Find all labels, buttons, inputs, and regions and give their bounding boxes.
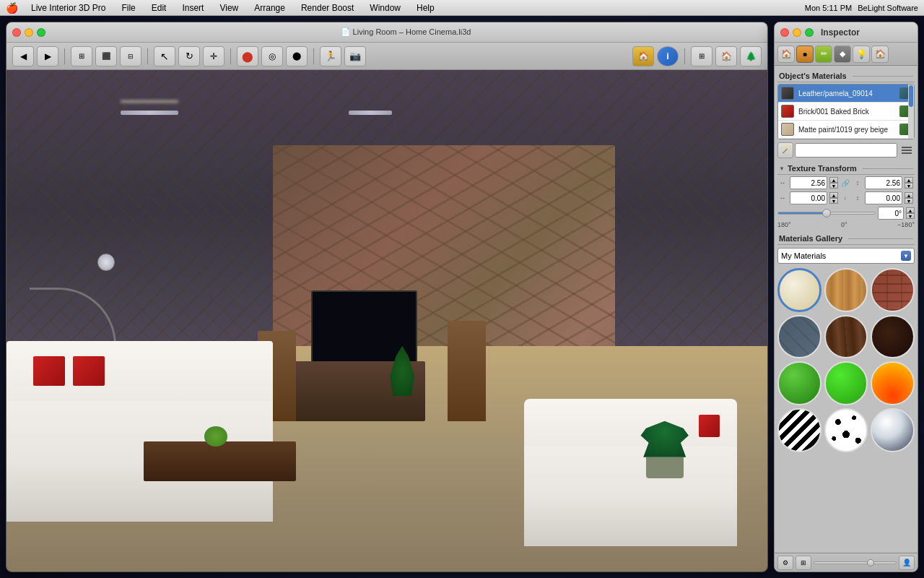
tab-light[interactable]: 💡 <box>853 46 870 63</box>
gallery-item-spots[interactable] <box>824 408 868 452</box>
scale-x-stepper[interactable]: ▲ ▼ <box>829 177 838 189</box>
sofa-right <box>524 421 737 547</box>
offset-y-input[interactable]: 0.00 <box>865 191 902 204</box>
link-icon[interactable]: 🔗 <box>840 178 850 188</box>
gallery-dropdown[interactable]: My Materials ▼ <box>777 248 915 264</box>
house-btn[interactable]: 🏠 <box>715 46 737 66</box>
inspector-title: Inspector <box>821 27 860 38</box>
inspector-maximize-button[interactable] <box>805 28 814 37</box>
gallery-item-green-bright[interactable] <box>824 361 868 405</box>
menu-window[interactable]: Window <box>367 1 404 14</box>
gallery-section: My Materials ▼ <box>777 248 915 452</box>
scale-y-stepper[interactable]: ▲ ▼ <box>905 177 913 189</box>
tree-btn[interactable]: 🌲 <box>740 46 762 66</box>
material-swatch-0 <box>781 87 794 100</box>
scale-y-input[interactable]: 2.56 <box>865 176 902 189</box>
angle-thumb[interactable] <box>822 209 831 217</box>
material-item-0[interactable]: Leather/pamela_09014 <box>778 85 914 103</box>
menu-file[interactable]: File <box>118 1 138 14</box>
gallery-item-green-ball[interactable] <box>777 361 821 405</box>
object-button[interactable]: 🏠 <box>632 46 654 66</box>
material-list: Leather/pamela_09014 Brick/001 Baked Bri… <box>777 84 915 139</box>
gallery-item-brick[interactable] <box>871 268 915 312</box>
angle-down[interactable]: ▼ <box>906 213 915 219</box>
gallery-item-wood-brown[interactable] <box>824 315 868 359</box>
toolbar-separator-2 <box>147 48 148 64</box>
inspector-content: Object's Materials Leather/pamela_09014 … <box>775 66 918 553</box>
wand-button[interactable]: 🪄 <box>777 142 793 158</box>
view-both-button[interactable]: ⊟ <box>120 46 141 66</box>
rotate-tool-button[interactable]: ↻ <box>178 46 200 66</box>
offset-x-input[interactable]: 0.00 <box>790 191 827 204</box>
menu-insert[interactable]: Insert <box>179 1 206 14</box>
offset-y-down[interactable]: ▼ <box>905 198 913 204</box>
offset-x-stepper[interactable]: ▲ ▼ <box>829 192 838 204</box>
minimize-button[interactable] <box>25 28 33 37</box>
scale-x-down[interactable]: ▼ <box>829 183 838 189</box>
offset-y-up[interactable]: ▲ <box>905 192 913 198</box>
camera-move-button[interactable]: ⬤ <box>286 46 308 66</box>
menu-appname[interactable]: Live Interior 3D Pro <box>28 1 108 14</box>
menu-view[interactable]: View <box>217 1 241 14</box>
material-item-2[interactable]: Matte paint/1019 grey beige <box>778 121 914 139</box>
gallery-item-dark-brown[interactable] <box>871 315 915 359</box>
scale-x-row: ↔ 2.56 ▲ ▼ 🔗 ↕ 2.56 ▲ ▼ <box>777 176 915 189</box>
menu-help[interactable]: Help <box>414 1 437 14</box>
inspector-settings-button[interactable]: ⚙ <box>777 556 793 570</box>
angle-slider[interactable] <box>777 208 876 218</box>
nav-back-button[interactable]: ◀ <box>12 46 34 66</box>
inspector-grid-button[interactable]: ⊞ <box>796 556 811 570</box>
maximize-button[interactable] <box>37 28 45 37</box>
arc-lamp-head <box>97 254 115 271</box>
page-view-button[interactable]: ⊞ <box>691 46 712 66</box>
tab-model[interactable]: 🏠 <box>777 46 795 63</box>
scale-y-up[interactable]: ▲ <box>905 177 913 183</box>
record-off-button[interactable]: ⬤ <box>237 46 258 66</box>
tab-render[interactable]: ◆ <box>834 46 851 63</box>
material-item-1[interactable]: Brick/001 Baked Brick <box>778 103 914 121</box>
materials-section-header: Object's Materials <box>777 69 915 82</box>
gallery-item-zebra[interactable] <box>777 408 821 452</box>
wand-input[interactable] <box>795 143 897 158</box>
tab-view[interactable]: 🏠 <box>871 46 889 63</box>
walk-tool-button[interactable]: 🏃 <box>320 46 341 66</box>
angle-up[interactable]: ▲ <box>906 207 915 213</box>
info-button[interactable]: i <box>657 46 679 66</box>
inspector-person-button[interactable]: 👤 <box>899 556 915 570</box>
tab-paint[interactable]: ✏ <box>815 46 832 63</box>
inspector-minimize-button[interactable] <box>793 28 801 37</box>
menu-arrange[interactable]: Arrange <box>251 1 288 14</box>
menu-edit[interactable]: Edit <box>149 1 170 14</box>
camera-target-button[interactable]: ◎ <box>261 46 283 66</box>
snapshot-button[interactable]: 📷 <box>344 46 366 66</box>
offset-y-stepper[interactable]: ▲ ▼ <box>905 192 913 204</box>
gallery-item-wood-light[interactable] <box>824 268 868 312</box>
inspector-close-button[interactable] <box>780 28 789 37</box>
apple-menu[interactable]: 🍎 <box>6 2 18 14</box>
ceiling-light-1 <box>121 111 178 115</box>
gallery-item-fire[interactable] <box>871 361 915 405</box>
move-tool-button[interactable]: ✛ <box>203 46 225 66</box>
scale-y-down[interactable]: ▼ <box>905 183 913 189</box>
list-options-button[interactable] <box>899 143 915 158</box>
menu-render-boost[interactable]: Render Boost <box>298 1 357 14</box>
nav-forward-button[interactable]: ▶ <box>37 46 58 66</box>
materials-scrollbar[interactable] <box>908 85 914 139</box>
close-button[interactable] <box>12 28 21 37</box>
scale-x-up[interactable]: ▲ <box>829 177 838 183</box>
offset-x-up[interactable]: ▲ <box>829 192 838 198</box>
angle-value[interactable]: 0° <box>878 207 904 220</box>
inspector-zoom-thumb[interactable] <box>867 559 874 566</box>
toolbar-separator-1 <box>64 48 65 64</box>
offset-x-down[interactable]: ▼ <box>829 198 838 204</box>
scale-x-input[interactable]: 2.56 <box>790 176 827 189</box>
view-3d-button[interactable]: ⬛ <box>95 46 117 66</box>
gallery-item-cream[interactable] <box>777 268 821 312</box>
select-tool-button[interactable]: ↖ <box>154 46 175 66</box>
angle-stepper[interactable]: ▲ ▼ <box>906 207 915 219</box>
inspector-zoom-slider[interactable] <box>814 561 897 564</box>
gallery-item-chrome[interactable] <box>871 408 915 452</box>
gallery-item-stone-dark[interactable] <box>777 315 821 359</box>
view-2d-button[interactable]: ⊞ <box>71 46 92 66</box>
tab-material[interactable]: ● <box>796 46 814 63</box>
